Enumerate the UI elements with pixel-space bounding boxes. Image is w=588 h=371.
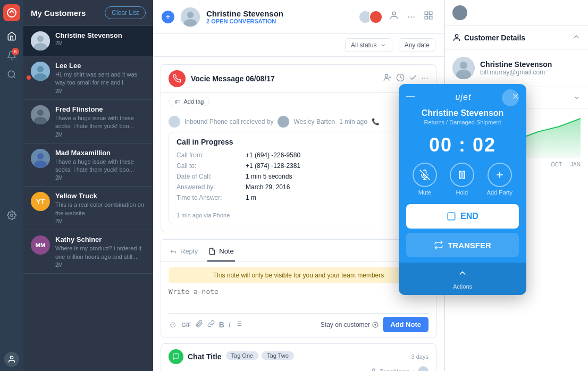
customer-avatar-mad	[31, 149, 50, 168]
call-progress-title: Call in Progress	[177, 138, 233, 146]
chat-item-footer: TeamName ››	[169, 366, 429, 371]
ujet-transfer-button[interactable]: TRANSFER	[406, 233, 519, 257]
ujet-agent-avatar-container	[502, 89, 519, 106]
bold-icon[interactable]: B	[219, 321, 224, 329]
clear-list-button[interactable]: Clear List	[105, 6, 146, 19]
customer-item-fred[interactable]: Fred Flinstone I have a huge issue with …	[23, 100, 153, 144]
user-avatar[interactable]	[4, 352, 19, 367]
customer-preview-yellow: This is a real color combination on the …	[55, 201, 146, 217]
right-panel-collapse-button[interactable]	[572, 32, 581, 43]
ujet-hold-button[interactable]: Hold	[450, 163, 474, 196]
sidebar-item-home[interactable]	[3, 28, 20, 45]
add-conversation-button[interactable]: +	[162, 11, 174, 23]
customer-item-kathy[interactable]: MM Kathy Schiner Where is my product? i …	[23, 230, 153, 274]
add-note-button[interactable]: Add Note	[383, 317, 429, 332]
svg-rect-24	[425, 16, 427, 19]
call-details: Call from: +1 (694) -226-9580 Call to: +…	[169, 151, 428, 212]
customer-avatar-kathy: MM	[31, 235, 50, 255]
note-banner: This note will only be visible for you a…	[169, 267, 429, 283]
ujet-add-party-button[interactable]: Add Party	[487, 163, 513, 196]
gif-icon[interactable]: GIF	[181, 322, 191, 328]
chat-team-arrow: ››	[412, 368, 416, 371]
customers-panel: My Customers Clear List Christine Steven…	[23, 0, 153, 371]
check-icon[interactable]	[409, 73, 417, 84]
customer-item-mad[interactable]: Mad Maxamillion I have a huge issue with…	[23, 144, 153, 187]
attachment-icon[interactable]	[196, 320, 203, 330]
customer-item-christine[interactable]: Christine Stevenson 2M	[23, 26, 153, 56]
sidebar-item-notifications[interactable]: 6	[3, 47, 20, 64]
svg-rect-46	[459, 171, 461, 178]
ujet-mute-button[interactable]: Mute	[413, 163, 437, 196]
customer-detail-email: bill.murray@gmail.com	[480, 69, 552, 76]
note-toolbar: ☺ GIF B I	[169, 313, 429, 332]
ujet-hold-label: Hold	[456, 189, 468, 196]
ujet-actions-footer[interactable]: Actions	[399, 263, 526, 295]
ujet-minimize-button[interactable]: —	[406, 91, 415, 101]
agent-avatar-2	[369, 10, 383, 24]
sidebar-item-settings[interactable]	[3, 207, 20, 224]
ujet-widget-header: — ujet ✕	[399, 84, 526, 106]
call-answered-row: Answered by: March 29, 2016	[177, 183, 421, 191]
ujet-mute-circle	[413, 163, 437, 187]
link-icon[interactable]	[207, 320, 215, 330]
agent-avatar-group	[362, 10, 383, 24]
ujet-logo: ujet	[456, 89, 472, 103]
chat-item-header: Chat Title Tag One Tag Two 3 days	[169, 349, 429, 364]
note-tab[interactable]: Note	[207, 244, 234, 262]
filter-bar: All status Any date	[153, 34, 444, 57]
svg-point-18	[187, 12, 194, 18]
svg-point-6	[37, 36, 44, 42]
chat-item-time: 3 days	[411, 353, 429, 360]
emoji-icon[interactable]: ☺	[169, 320, 177, 330]
svg-rect-50	[448, 213, 455, 220]
customer-name-mad: Mad Maxamillion	[55, 149, 146, 157]
note-input[interactable]	[169, 288, 429, 309]
reply-tab[interactable]: Reply	[169, 244, 199, 262]
call-via: 1 min ago via Phone	[169, 212, 428, 224]
customers-list: Christine Stevenson 2M Lee Lee Hi, my sh…	[23, 26, 153, 371]
customer-info-christine: Christine Stevenson 2M	[55, 31, 146, 46]
graph-label-oct: OCT	[551, 162, 562, 167]
svg-rect-23	[430, 16, 432, 19]
date-filter-button[interactable]: Any date	[399, 38, 435, 52]
svg-point-38	[373, 369, 375, 371]
add-tag-button[interactable]: 🏷 Add tag	[169, 97, 209, 106]
customer-time-leelee: 2M	[55, 88, 146, 94]
add-agent-button[interactable]	[387, 9, 401, 25]
customer-detail-name: Christine Stevenson	[480, 60, 552, 69]
inbound-call-line: Inbound Phone call recieved by Wesley Ba…	[161, 112, 436, 132]
customer-info-leelee: Lee Lee Hi, my shirt was sent and it was…	[55, 62, 146, 94]
ujet-actions-label: Actions	[453, 283, 472, 290]
conv-header-info: Christine Stevenson 2 OPEN CONVERSATION	[206, 9, 355, 24]
more-voice-icon[interactable]: ···	[422, 73, 429, 84]
add-member-icon[interactable]	[383, 73, 392, 84]
call-from-row: Call from: +1 (694) -226-9580	[177, 151, 421, 159]
more-options-button[interactable]: ···	[405, 9, 417, 24]
customer-item-yellow[interactable]: YT Yellow Truck This is a real color com…	[23, 187, 153, 230]
sidebar-item-search[interactable]	[3, 66, 20, 83]
chat-tag-2: Tag Two	[262, 351, 294, 360]
chat-item: Chat Title Tag One Tag Two 3 days TeamNa…	[161, 343, 436, 371]
list-icon[interactable]	[235, 320, 242, 330]
chat-tag-1: Tag One	[226, 351, 259, 360]
svg-point-0	[7, 9, 16, 17]
ujet-end-button[interactable]: END	[406, 204, 519, 229]
italic-icon[interactable]: I	[229, 321, 231, 329]
add-tag-row: 🏷 Add tag	[161, 93, 436, 112]
view-toggle-button[interactable]	[422, 9, 435, 25]
conv-header-avatar	[181, 7, 200, 27]
customer-detail-card: Christine Stevenson bill.murray@gmail.co…	[445, 49, 588, 87]
customer-name-kathy: Kathy Schiner	[55, 235, 146, 243]
customer-avatar-christine	[31, 31, 50, 50]
customer-detail-avatar	[452, 57, 475, 79]
customer-name-christine: Christine Stevenson	[55, 31, 146, 39]
status-filter-button[interactable]: All status	[345, 38, 392, 52]
conversation-header: + Christine Stevenson 2 OPEN CONVERSATIO…	[153, 0, 444, 34]
ujet-phone-widget: — ujet ✕ Christine Stevenson Returns / D…	[399, 84, 526, 295]
snooze-icon[interactable]	[396, 73, 405, 84]
customer-item-leelee[interactable]: Lee Lee Hi, my shirt was sent and it was…	[23, 56, 153, 100]
svg-line-2	[13, 76, 15, 78]
stay-on-customer-toggle[interactable]: Stay on customer	[321, 321, 379, 328]
customer-preview-mad: I have a huge issue with these socks! i …	[55, 158, 146, 174]
ujet-hold-circle	[450, 163, 474, 187]
